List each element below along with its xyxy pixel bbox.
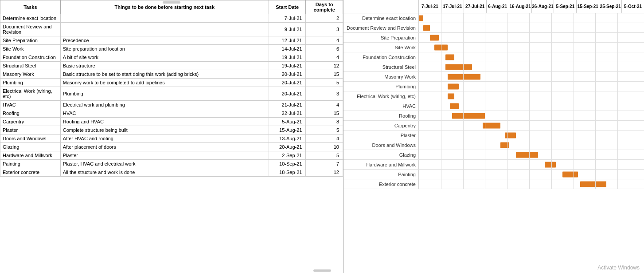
task-prerequisites: Electrical work and plumbing <box>60 101 269 109</box>
task-prerequisites: HVAC <box>60 109 269 118</box>
gantt-row: Document Review and Revision <box>343 23 644 33</box>
task-days: 5 <box>306 151 343 160</box>
task-name: Structural Steel <box>0 62 61 70</box>
gantt-row: Plaster <box>343 131 644 140</box>
main-container: Tasks Things to be done before starting … <box>0 0 644 273</box>
gantt-row-label: Hardware and Millwork <box>343 160 419 169</box>
task-prerequisites: Plaster, HVAC and electrical work <box>60 160 269 168</box>
bottom-scroll-indicator[interactable] <box>313 269 331 272</box>
gantt-row: Site Work <box>343 43 644 52</box>
gantt-bar <box>452 113 485 119</box>
task-start-date: 19-Jul-21 <box>269 53 306 62</box>
gantt-row-label: Document Review and Revision <box>343 23 419 32</box>
gantt-row-label: Determine exact location <box>343 13 419 23</box>
gantt-date-label: 17-Jul-21 <box>441 0 464 13</box>
table-row: Site Work Site preparation and location … <box>0 45 343 53</box>
top-scroll-indicator[interactable] <box>163 1 180 4</box>
gantt-row-bars <box>419 150 644 159</box>
task-start-date: 20-Jul-21 <box>269 70 306 79</box>
gantt-row-label: Carpentry <box>343 121 419 130</box>
gantt-row-label: Foundation Construction <box>343 52 419 62</box>
gantt-row-bars <box>419 160 644 169</box>
task-prerequisites: Site preparation and location <box>60 45 269 53</box>
gantt-row-label: Masonry Work <box>343 72 419 81</box>
table-row: Determine exact location 7-Jul-21 2 <box>0 14 343 23</box>
gantt-bar <box>448 93 454 99</box>
gantt-row-label: Electrical Work (wiring, etc) <box>343 91 419 101</box>
task-start-date: 15-Aug-21 <box>269 126 306 135</box>
gantt-row-bars <box>419 111 644 120</box>
task-name: Exterior concrete <box>0 168 61 177</box>
task-name: Glazing <box>0 143 61 151</box>
gantt-row: Plumbing <box>343 82 644 91</box>
task-start-date: 20-Jul-21 <box>269 87 306 101</box>
task-name: Site Work <box>0 45 61 53</box>
task-start-date: 2-Sep-21 <box>269 151 306 160</box>
task-name: Site Preparation <box>0 36 61 45</box>
gantt-row-bars <box>419 179 644 189</box>
task-prerequisites: Plaster <box>60 151 269 160</box>
task-days: 7 <box>306 160 343 168</box>
task-start-date: 19-Jul-21 <box>269 62 306 70</box>
gantt-row-bars <box>419 13 644 23</box>
gantt-date-label: 15-Sep-21 <box>577 0 599 13</box>
task-days: 5 <box>306 79 343 87</box>
gantt-row-bars <box>419 131 644 140</box>
task-start-date: 12-Jul-21 <box>269 36 306 45</box>
col-header-days: Days to complete <box>306 0 343 14</box>
gantt-row-label: Site Work <box>343 43 419 52</box>
table-row: Painting Plaster, HVAC and electrical wo… <box>0 160 343 168</box>
task-start-date: 21-Jul-21 <box>269 101 306 109</box>
task-name: Doors and Windows <box>0 135 61 143</box>
task-days: 6 <box>306 45 343 53</box>
task-name: Document Review and Revision <box>0 23 61 36</box>
col-header-tasks: Tasks <box>0 0 61 14</box>
gantt-row-bars <box>419 82 644 91</box>
table-row: Plumbing Masonry work to be completed to… <box>0 79 343 87</box>
gantt-date-label: 7-Jul-21 <box>419 0 441 13</box>
table-row: Structural Steel Basic structure 19-Jul-… <box>0 62 343 70</box>
task-days: 3 <box>306 23 343 36</box>
table-row: Masonry Work Basic structure to be set t… <box>0 70 343 79</box>
gantt-bar <box>445 64 472 70</box>
task-start-date: 5-Aug-21 <box>269 118 306 126</box>
gantt-bar <box>448 74 481 79</box>
task-start-date: 14-Jul-21 <box>269 45 306 53</box>
gantt-header: 7-Jul-2117-Jul-2127-Jul-216-Aug-2116-Aug… <box>343 0 644 13</box>
task-days: 8 <box>306 118 343 126</box>
task-start-date: 20-Aug-21 <box>269 143 306 151</box>
gantt-row: Electrical Work (wiring, etc) <box>343 91 644 101</box>
gantt-section: 7-Jul-2117-Jul-2127-Jul-216-Aug-2116-Aug… <box>343 0 644 273</box>
gantt-bar <box>516 152 538 158</box>
gantt-row-bars <box>419 62 644 71</box>
gantt-row: Doors and Windows <box>343 140 644 150</box>
gantt-row-bars <box>419 101 644 111</box>
gantt-date-label: 6-Aug-21 <box>487 0 509 13</box>
task-name: Masonry Work <box>0 70 61 79</box>
gantt-date-label: 5-Oct-21 <box>622 0 644 13</box>
gantt-row-bars <box>419 52 644 62</box>
task-days: 15 <box>306 70 343 79</box>
task-prerequisites: Basic structure to be set to start doing… <box>60 70 269 79</box>
task-prerequisites: Masonry work to be completed to add pipe… <box>60 79 269 87</box>
task-days: 4 <box>306 53 343 62</box>
col-header-startdate: Start Date <box>269 0 306 14</box>
gantt-bar <box>445 54 454 60</box>
task-start-date: 9-Jul-21 <box>269 23 306 36</box>
task-prerequisites: A bit of site work <box>60 53 269 62</box>
table-row: Foundation Construction A bit of site wo… <box>0 53 343 62</box>
task-name: Plaster <box>0 126 61 135</box>
gantt-row-label: Glazing <box>343 150 419 159</box>
task-prerequisites: Basic structure <box>60 62 269 70</box>
table-row: Roofing HVAC 22-Jul-21 15 <box>0 109 343 118</box>
task-days: 12 <box>306 168 343 177</box>
table-row: HVAC Electrical work and plumbing 21-Jul… <box>0 101 343 109</box>
task-prerequisites <box>60 23 269 36</box>
gantt-row: Carpentry <box>343 121 644 131</box>
gantt-date-label: 27-Jul-21 <box>464 0 487 13</box>
gantt-row: HVAC <box>343 101 644 111</box>
activate-windows-text: Activate Windows <box>597 265 640 271</box>
gantt-bar <box>505 132 516 138</box>
task-days: 15 <box>306 109 343 118</box>
table-section: Tasks Things to be done before starting … <box>0 0 343 273</box>
